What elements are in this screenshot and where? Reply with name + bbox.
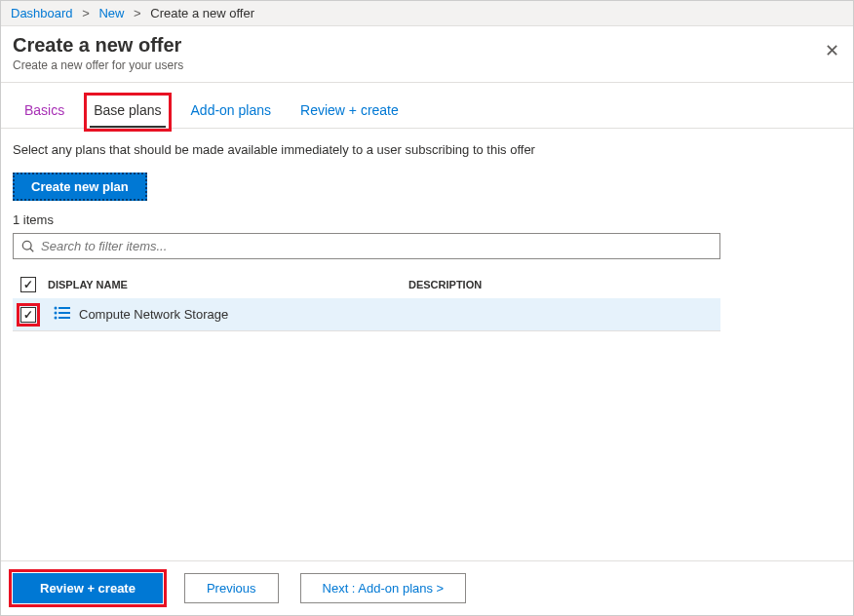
previous-button[interactable]: Previous (184, 573, 279, 603)
close-icon: ✕ (825, 41, 839, 60)
tab-base-plans[interactable]: Base plans (90, 96, 165, 128)
create-new-plan-button[interactable]: Create new plan (13, 173, 147, 201)
tab-addon-plans[interactable]: Add-on plans (187, 96, 276, 128)
select-all-checkbox[interactable] (20, 277, 36, 292)
breadcrumb-current: Create a new offer (150, 6, 254, 20)
search-box[interactable] (13, 233, 720, 259)
column-description[interactable]: DESCRIPTION (408, 279, 713, 290)
svg-point-2 (55, 307, 58, 310)
tabs: Basics Base plans Add-on plans Review + … (1, 83, 853, 129)
table-row[interactable]: Compute Network Storage (13, 298, 720, 331)
tab-basics[interactable]: Basics (20, 96, 68, 128)
plans-table: DISPLAY NAME DESCRIPTION Compute Ne (13, 271, 720, 331)
breadcrumb-sep: > (82, 6, 90, 20)
row-checkbox[interactable] (20, 307, 36, 323)
tab-review-create[interactable]: Review + create (296, 96, 403, 128)
svg-rect-3 (58, 307, 70, 309)
tab-description: Select any plans that should be made ava… (13, 142, 841, 157)
page-subtitle: Create a new offer for your users (13, 58, 841, 72)
breadcrumb-sep: > (134, 6, 141, 20)
review-create-button[interactable]: Review + create (13, 573, 163, 603)
breadcrumb: Dashboard > New > Create a new offer (1, 1, 853, 26)
next-button[interactable]: Next : Add-on plans > (300, 573, 467, 603)
items-count: 1 items (13, 212, 841, 227)
search-icon (21, 240, 35, 253)
page-title: Create a new offer (13, 34, 841, 57)
svg-point-6 (55, 317, 58, 320)
breadcrumb-dashboard[interactable]: Dashboard (11, 6, 73, 20)
search-input[interactable] (41, 239, 712, 253)
table-header: DISPLAY NAME DESCRIPTION (13, 271, 720, 298)
svg-rect-7 (58, 317, 70, 319)
content-area: Select any plans that should be made ava… (1, 129, 853, 345)
close-button[interactable]: ✕ (825, 40, 839, 61)
breadcrumb-new[interactable]: New (98, 6, 124, 20)
plan-icon (54, 306, 71, 323)
column-display-name[interactable]: DISPLAY NAME (48, 279, 408, 290)
svg-point-4 (55, 312, 58, 315)
page-header: Create a new offer Create a new offer fo… (1, 26, 853, 83)
svg-rect-5 (58, 312, 70, 314)
row-name: Compute Network Storage (79, 307, 228, 322)
footer: Review + create Previous Next : Add-on p… (1, 560, 853, 615)
svg-line-1 (30, 248, 34, 251)
